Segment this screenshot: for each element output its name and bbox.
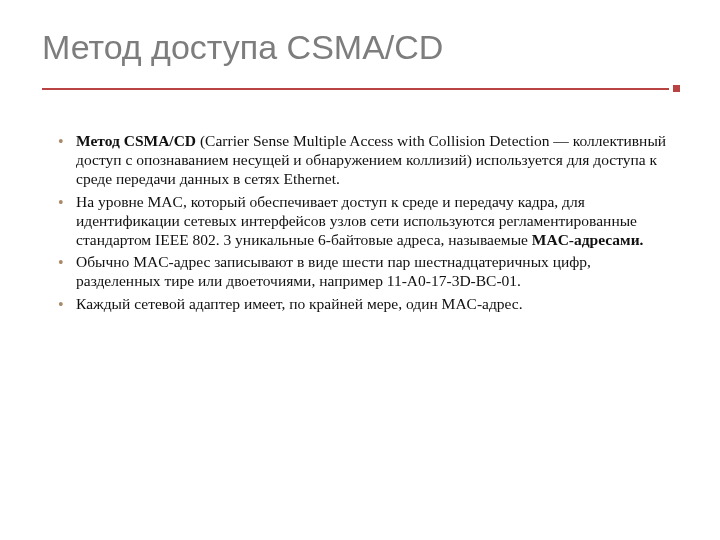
divider-line [42, 88, 669, 90]
slide-title: Метод доступа CSMA/CD [42, 28, 680, 67]
bold-mid: MAC-адресами. [532, 231, 644, 248]
list-item: Каждый сетевой адаптер имеет, по крайней… [76, 295, 674, 314]
divider [42, 85, 680, 92]
content-area: Метод CSMA/CD (Carrier Sense Multiple Ac… [42, 132, 680, 314]
bullet-text: Обычно MAC-адрес записывают в виде шести… [76, 253, 591, 289]
divider-dot [673, 85, 680, 92]
list-item: Метод CSMA/CD (Carrier Sense Multiple Ac… [76, 132, 674, 189]
list-item: Обычно MAC-адрес записывают в виде шести… [76, 253, 674, 291]
list-item: На уровне MAC, который обеспечивает дост… [76, 193, 674, 250]
bullet-list: Метод CSMA/CD (Carrier Sense Multiple Ac… [76, 132, 674, 314]
bold-lead: Метод CSMA/CD [76, 132, 200, 149]
bullet-text: Каждый сетевой адаптер имеет, по крайней… [76, 295, 523, 312]
